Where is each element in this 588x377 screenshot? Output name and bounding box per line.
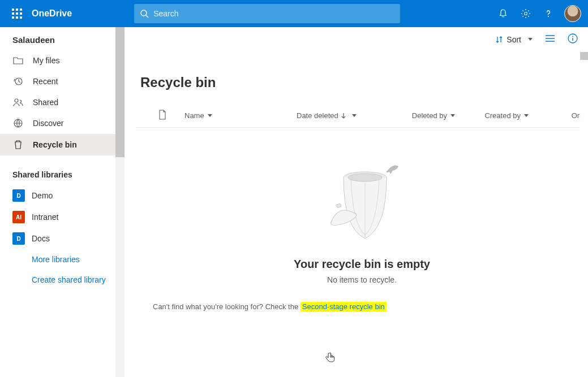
library-label: Intranet [32,213,58,222]
sort-button[interactable]: Sort [495,35,533,44]
document-icon [158,110,166,120]
sidebar-item-label: Shared [33,98,58,107]
help-button[interactable] [537,0,560,27]
svg-point-8 [572,36,573,37]
bell-icon [498,8,508,19]
sidebar-item-label: Recent [33,77,58,86]
library-label: Demo [32,191,53,200]
page-title: Recycle bin [136,52,588,104]
file-type-column-icon[interactable] [158,110,166,122]
column-header-original-location[interactable]: Ori [529,111,588,120]
gear-icon [521,8,531,19]
recycle-bin-icon [12,140,24,150]
hint-prefix: Can't find what you're looking for? Chec… [153,302,301,311]
more-libraries-link[interactable]: More libraries [0,249,125,270]
svg-line-1 [146,15,148,18]
sidebar-shared-libraries-title: Shared libraries [0,155,125,185]
sort-icon [495,36,503,44]
sidebar-item-label: Discover [33,119,63,128]
help-icon [543,8,553,19]
second-stage-hint: Can't find what you're looking for? Chec… [136,302,588,311]
svg-point-5 [15,99,18,102]
column-label: Created by [484,111,521,120]
empty-state-title: Your recycle bin is empty [294,258,430,271]
library-item-demo[interactable]: D Demo [0,185,125,206]
content-scrollbar-track [580,52,588,377]
sidebar-item-label: Recycle bin [33,140,77,149]
sidebar-scrollbar-thumb[interactable] [115,27,125,157]
chevron-down-icon [524,114,529,117]
sort-label: Sort [507,35,521,44]
column-header-deleted-by[interactable]: Deleted by [381,111,455,120]
search-container [134,4,400,23]
library-item-docs[interactable]: D Docs [0,228,125,249]
column-label: Name [184,111,204,120]
people-icon [12,98,24,107]
info-icon [568,33,578,44]
svg-point-3 [548,16,549,17]
svg-point-10 [348,174,382,181]
sidebar-user-name: Salaudeen [0,27,125,50]
list-view-icon [545,34,555,42]
column-header-name[interactable]: Name [166,111,297,120]
search-box[interactable] [134,4,400,23]
chevron-down-icon [528,38,533,41]
search-input[interactable] [153,9,394,18]
globe-icon [12,118,24,128]
empty-state-subtitle: No items to recycle. [327,275,397,284]
chevron-down-icon [208,114,212,117]
brand-label[interactable]: OneDrive [32,8,72,19]
column-label: Date deleted [297,111,338,120]
app-launcher-button[interactable] [7,3,27,24]
library-item-intranet[interactable]: AI Intranet [0,206,125,228]
settings-button[interactable] [514,0,537,27]
svg-point-2 [525,12,527,15]
sidebar-item-shared[interactable]: Shared [0,92,125,112]
library-label: Docs [32,234,50,243]
top-bar: OneDrive [0,0,588,27]
column-label: Deleted by [412,111,447,120]
column-header-date-deleted[interactable]: Date deleted [297,111,381,120]
sidebar-item-recent[interactable]: Recent [0,71,125,92]
chevron-down-icon [450,114,455,117]
library-tile-icon: D [12,232,25,245]
sidebar-item-label: My files [33,56,59,65]
empty-state: Your recycle bin is empty No items to re… [136,156,588,284]
library-tile-icon: AI [12,211,25,223]
svg-rect-12 [336,203,341,208]
clock-icon [12,76,24,86]
view-toggle-button[interactable] [543,32,557,47]
column-header-row: Name Date deleted Deleted by Created by [136,104,588,128]
column-header-created-by[interactable]: Created by [455,111,529,120]
content-area: Sort Recycle bin [125,27,588,377]
chevron-down-icon [352,114,357,117]
empty-bin-illustration [311,156,413,246]
avatar[interactable] [564,5,581,22]
sidebar: Salaudeen My files Recent Shared [0,27,125,377]
search-icon [140,9,149,18]
notifications-button[interactable] [492,0,514,27]
waffle-icon [12,8,22,19]
content-scrollbar-thumb[interactable] [580,52,588,60]
library-tile-icon: D [12,189,25,202]
info-button[interactable] [568,33,578,46]
command-bar: Sort [125,27,588,52]
folder-icon [12,56,24,65]
second-stage-recycle-bin-link[interactable]: Second-stage recycle bin [301,302,387,311]
arrow-down-icon [341,112,346,119]
create-shared-library-link[interactable]: Create shared library [0,270,125,290]
svg-point-0 [141,10,147,16]
sidebar-item-discover[interactable]: Discover [0,112,125,134]
sidebar-item-my-files[interactable]: My files [0,50,125,71]
sidebar-item-recycle-bin[interactable]: Recycle bin [0,134,125,155]
